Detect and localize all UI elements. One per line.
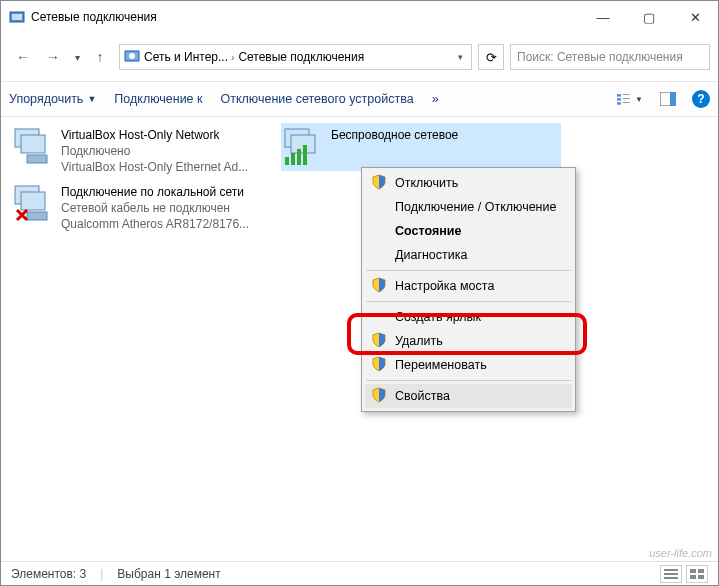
item-name: VirtualBox Host-Only Network — [61, 127, 248, 143]
svg-rect-22 — [297, 149, 301, 165]
svg-rect-24 — [664, 569, 678, 571]
network-adapter-icon — [13, 127, 53, 167]
svg-rect-1 — [12, 14, 22, 20]
menu-bridge[interactable]: Настройка моста — [365, 274, 572, 298]
svg-rect-17 — [27, 212, 47, 220]
menu-delete[interactable]: Удалить — [365, 329, 572, 353]
search-placeholder: Поиск: Сетевые подключения — [517, 50, 683, 64]
cmd-connect-to[interactable]: Подключение к — [114, 92, 202, 106]
menu-state[interactable]: Состояние — [365, 219, 572, 243]
svg-rect-14 — [27, 155, 47, 163]
shield-icon — [371, 277, 387, 293]
svg-rect-11 — [670, 92, 676, 106]
svg-rect-6 — [617, 98, 621, 100]
svg-rect-25 — [664, 573, 678, 575]
svg-rect-26 — [664, 577, 678, 579]
view-options-button[interactable]: ▼ — [616, 88, 644, 110]
menu-separator — [366, 270, 571, 271]
menu-properties[interactable]: Свойства — [365, 384, 572, 408]
svg-rect-27 — [690, 569, 696, 573]
nav-forward-button[interactable]: → — [39, 44, 67, 70]
help-button[interactable]: ? — [692, 90, 710, 108]
svg-rect-30 — [698, 575, 704, 579]
svg-rect-9 — [623, 102, 630, 103]
svg-rect-4 — [617, 94, 621, 96]
svg-rect-23 — [303, 145, 307, 165]
context-menu: Отключить Подключение / Отключение Состо… — [361, 167, 576, 412]
title-bar: Сетевые подключения — ▢ ✕ — [1, 1, 718, 33]
nav-up-button[interactable]: ↑ — [87, 44, 113, 70]
menu-connect-disconnect[interactable]: Подключение / Отключение — [365, 195, 572, 219]
svg-rect-28 — [698, 569, 704, 573]
menu-separator — [366, 380, 571, 381]
svg-rect-21 — [291, 153, 295, 165]
breadcrumb-seg-2[interactable]: Сетевые подключения — [238, 50, 364, 64]
address-dropdown-icon[interactable]: ▾ — [454, 52, 467, 62]
svg-rect-7 — [623, 98, 630, 99]
cmd-organize[interactable]: Упорядочить▼ — [9, 92, 96, 106]
command-bar: Упорядочить▼ Подключение к Отключение се… — [1, 81, 718, 117]
menu-separator — [366, 301, 571, 302]
maximize-button[interactable]: ▢ — [626, 1, 672, 33]
view-icons-button[interactable] — [686, 565, 708, 583]
status-count: Элементов: 3 — [11, 567, 86, 581]
watermark: user-life.com — [649, 547, 712, 559]
address-bar-row: ← → ▾ ↑ Сеть и Интер...› Сетевые подключ… — [1, 41, 718, 73]
window-title: Сетевые подключения — [31, 10, 580, 24]
item-name: Беспроводное сетевое — [331, 127, 458, 143]
svg-point-3 — [129, 53, 135, 59]
connection-item-wifi-selected[interactable]: Беспроводное сетевое — [281, 123, 561, 171]
content-area: VirtualBox Host-Only Network Подключено … — [1, 117, 718, 569]
menu-disable[interactable]: Отключить — [365, 171, 572, 195]
svg-rect-20 — [285, 157, 289, 165]
nav-recent-button[interactable]: ▾ — [69, 44, 85, 70]
chevron-right-icon[interactable]: › — [231, 52, 234, 63]
window-controls: — ▢ ✕ — [580, 1, 718, 33]
connection-item-virtualbox[interactable]: VirtualBox Host-Only Network Подключено … — [11, 123, 271, 180]
menu-create-shortcut[interactable]: Создать ярлык — [365, 305, 572, 329]
nav-arrows: ← → ▾ ↑ — [9, 44, 113, 70]
preview-pane-button[interactable] — [654, 88, 682, 110]
item-status: Подключено — [61, 143, 248, 159]
cmd-overflow[interactable]: » — [432, 92, 439, 106]
connection-item-lan[interactable]: Подключение по локальной сети Сетевой ка… — [11, 180, 271, 237]
cmd-disable-device[interactable]: Отключение сетевого устройства — [221, 92, 414, 106]
nav-back-button[interactable]: ← — [9, 44, 37, 70]
view-details-button[interactable] — [660, 565, 682, 583]
svg-rect-13 — [21, 135, 45, 153]
item-name: Подключение по локальной сети — [61, 184, 249, 200]
svg-rect-16 — [21, 192, 45, 210]
shield-icon — [371, 174, 387, 190]
status-selected: Выбран 1 элемент — [117, 567, 220, 581]
close-button[interactable]: ✕ — [672, 1, 718, 33]
network-adapter-icon — [283, 127, 323, 167]
shield-icon — [371, 387, 387, 403]
shield-icon — [371, 356, 387, 372]
svg-rect-8 — [617, 102, 621, 104]
item-status: Сетевой кабель не подключен — [61, 200, 249, 216]
minimize-button[interactable]: — — [580, 1, 626, 33]
app-icon — [9, 9, 25, 25]
menu-rename[interactable]: Переименовать — [365, 353, 572, 377]
menu-diagnostics[interactable]: Диагностика — [365, 243, 572, 267]
folder-icon — [124, 48, 140, 67]
search-input[interactable]: Поиск: Сетевые подключения — [510, 44, 710, 70]
refresh-button[interactable]: ⟳ — [478, 44, 504, 70]
svg-rect-29 — [690, 575, 696, 579]
item-desc: Qualcomm Atheros AR8172/8176... — [61, 216, 249, 232]
svg-rect-5 — [623, 94, 630, 95]
breadcrumb-seg-1[interactable]: Сеть и Интер... — [144, 50, 228, 64]
item-desc: VirtualBox Host-Only Ethernet Ad... — [61, 159, 248, 175]
status-bar: Элементов: 3 | Выбран 1 элемент — [1, 561, 718, 585]
network-adapter-disconnected-icon — [13, 184, 53, 224]
address-box[interactable]: Сеть и Интер...› Сетевые подключения ▾ — [119, 44, 472, 70]
shield-icon — [371, 332, 387, 348]
